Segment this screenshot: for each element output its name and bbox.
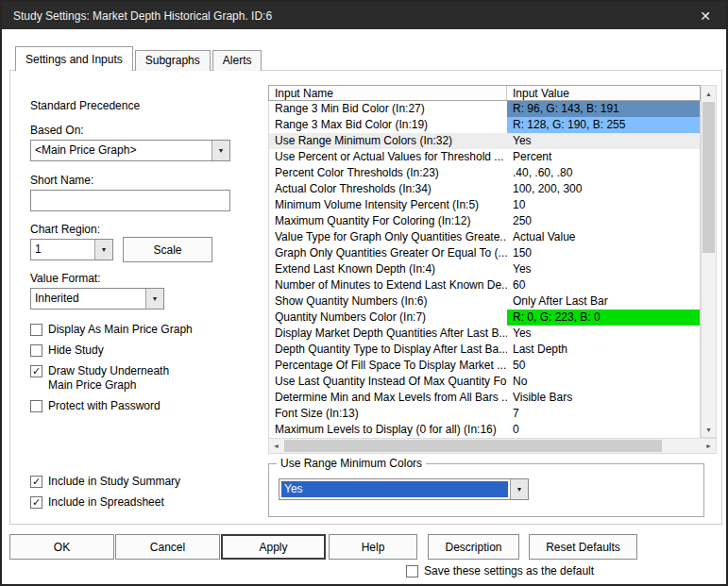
input-value-cell[interactable]: 150 <box>507 245 700 261</box>
scale-button[interactable]: Scale <box>123 237 212 262</box>
table-row[interactable]: Depth Quantity Type to Display After Las… <box>269 342 700 358</box>
chevron-down-icon[interactable]: ▼ <box>145 289 163 309</box>
value-format-select[interactable]: Inherited ▼ <box>30 288 164 310</box>
input-name-cell[interactable]: Use Percent or Actual Values for Thresho… <box>269 149 507 165</box>
table-row[interactable]: Show Quantity Numbers (In:6)Only After L… <box>269 293 700 310</box>
checkbox-draw-study-underneath-main-price-graph[interactable]: ✓Draw Study Underneath Main Price Graph <box>30 364 247 393</box>
apply-button[interactable]: Apply <box>221 534 326 560</box>
table-row[interactable]: Maximum Levels to Display (0 for all) (I… <box>269 422 700 438</box>
checkbox-display-as-main-price-graph[interactable]: Display As Main Price Graph <box>30 323 247 337</box>
reset-defaults-button[interactable]: Reset Defaults <box>529 534 637 560</box>
input-value-cell[interactable]: Yes <box>507 326 700 342</box>
tab-alerts[interactable]: Alerts <box>212 50 262 71</box>
checkbox-checked-icon[interactable]: ✓ <box>30 365 42 377</box>
table-row[interactable]: Percentage Of Fill Space To Display Mark… <box>269 358 700 374</box>
scroll-left-icon[interactable]: ◄ <box>269 439 283 454</box>
input-value-cell[interactable]: R: 0, G: 223, B: 0 <box>507 310 700 326</box>
scroll-right-icon[interactable]: ► <box>702 439 716 454</box>
ok-button[interactable]: OK <box>9 534 114 560</box>
scroll-up-icon[interactable]: ▲ <box>702 86 716 101</box>
input-value-cell[interactable]: 60 <box>507 277 700 293</box>
close-icon[interactable]: ✕ <box>696 8 715 24</box>
column-header-input-value[interactable]: Input Value <box>507 86 700 100</box>
chart-region-select[interactable]: 1 ▼ <box>30 239 113 260</box>
tab-subgraphs[interactable]: Subgraphs <box>135 50 211 71</box>
table-row[interactable]: Determine Min and Max Levels from All Ba… <box>269 390 700 406</box>
help-button[interactable]: Help <box>329 534 417 560</box>
checkbox-unchecked-icon[interactable] <box>30 344 42 357</box>
save-default-checkbox-row[interactable]: Save these settings as the default <box>406 564 594 578</box>
input-name-cell[interactable]: Maximum Levels to Display (0 for all) (I… <box>269 422 507 438</box>
checkbox-unchecked-icon[interactable] <box>406 565 418 578</box>
horizontal-scrollbar[interactable]: ◄ ► <box>268 438 717 454</box>
input-name-cell[interactable]: Display Market Depth Quantities After La… <box>269 326 507 342</box>
checkbox-checked-icon[interactable]: ✓ <box>30 476 42 488</box>
checkbox-include-in-spreadsheet[interactable]: ✓Include in Spreadsheet <box>30 495 247 510</box>
checkbox-checked-icon[interactable]: ✓ <box>30 496 42 509</box>
checkbox-unchecked-icon[interactable] <box>30 324 42 336</box>
input-name-cell[interactable]: Range 3 Min Bid Color (In:27) <box>269 101 507 117</box>
input-value-cell[interactable]: No <box>507 374 700 390</box>
input-name-cell[interactable]: Extend Last Known Depth (In:4) <box>269 261 507 277</box>
tab-settings-and-inputs[interactable]: Settings and Inputs <box>15 46 133 71</box>
table-row[interactable]: Display Market Depth Quantities After La… <box>269 326 700 342</box>
checkbox-include-in-study-summary[interactable]: ✓Include in Study Summary <box>30 475 247 489</box>
input-value-cell[interactable]: 50 <box>507 358 700 374</box>
table-row[interactable]: Quantity Numbers Color (In:7)R: 0, G: 22… <box>269 310 700 326</box>
input-name-cell[interactable]: Depth Quantity Type to Display After Las… <box>269 342 507 358</box>
input-name-cell[interactable]: Actual Color Thresholds (In:34) <box>269 181 507 197</box>
table-row[interactable]: Graph Only Quantities Greater Or Equal T… <box>269 245 700 261</box>
table-row[interactable]: Extend Last Known Depth (In:4)Yes <box>269 261 700 277</box>
column-header-input-name[interactable]: Input Name <box>269 86 507 100</box>
table-row[interactable]: Percent Color Thresholds (In:23).40, .60… <box>269 165 700 181</box>
input-value-cell[interactable]: Only After Last Bar <box>507 293 700 310</box>
input-value-cell[interactable]: 7 <box>507 406 700 422</box>
input-name-cell[interactable]: Show Quantity Numbers (In:6) <box>269 293 507 310</box>
table-row[interactable]: Actual Color Thresholds (In:34)100, 200,… <box>269 181 700 197</box>
input-name-cell[interactable]: Maximum Quantity For Coloring (In:12) <box>269 213 507 229</box>
input-name-cell[interactable]: Value Type for Graph Only Quantities Gre… <box>269 229 507 245</box>
table-row[interactable]: Number of Minutes to Extend Last Known D… <box>269 277 700 293</box>
input-name-cell[interactable]: Quantity Numbers Color (In:7) <box>269 310 507 326</box>
input-name-cell[interactable]: Graph Only Quantities Greater Or Equal T… <box>269 245 507 261</box>
input-name-cell[interactable]: Determine Min and Max Levels from All Ba… <box>269 390 507 406</box>
input-value-cell[interactable]: R: 128, G: 190, B: 255 <box>507 117 700 133</box>
checkbox-hide-study[interactable]: Hide Study <box>30 343 247 358</box>
input-value-cell[interactable]: Percent <box>507 149 700 165</box>
checkbox-unchecked-icon[interactable] <box>30 400 42 412</box>
table-row[interactable]: Range 3 Max Bid Color (In:19)R: 128, G: … <box>269 117 700 133</box>
checkbox-protect-with-password[interactable]: Protect with Password <box>30 399 247 413</box>
input-value-cell[interactable]: .40, .60, .80 <box>507 165 700 181</box>
input-name-cell[interactable]: Use Range Minimum Colors (In:32) <box>269 133 507 149</box>
input-name-cell[interactable]: Range 3 Max Bid Color (In:19) <box>269 117 507 133</box>
input-name-cell[interactable]: Font Size (In:13) <box>269 406 507 422</box>
input-value-cell[interactable]: 250 <box>507 213 700 229</box>
table-row[interactable]: Maximum Quantity For Coloring (In:12)250 <box>269 213 700 229</box>
vertical-scrollbar[interactable]: ▲ ▼ <box>701 85 717 438</box>
table-row[interactable]: Minimum Volume Intensity Percent (In:5)1… <box>269 197 700 213</box>
table-row[interactable]: Use Percent or Actual Values for Thresho… <box>269 149 700 165</box>
input-value-cell[interactable]: 10 <box>507 197 700 213</box>
based-on-select[interactable]: <Main Price Graph> ▼ <box>30 140 230 161</box>
input-name-cell[interactable]: Number of Minutes to Extend Last Known D… <box>269 277 507 293</box>
input-value-cell[interactable]: 0 <box>507 422 700 438</box>
table-row[interactable]: Use Last Quantity Instead Of Max Quantit… <box>269 374 700 390</box>
short-name-input[interactable] <box>30 190 230 211</box>
input-name-cell[interactable]: Percentage Of Fill Space To Display Mark… <box>269 358 507 374</box>
input-value-cell[interactable]: Actual Value <box>507 229 700 245</box>
table-row[interactable]: Font Size (In:13)7 <box>269 406 700 422</box>
input-name-cell[interactable]: Use Last Quantity Instead Of Max Quantit… <box>269 374 507 390</box>
input-value-cell[interactable]: R: 96, G: 143, B: 191 <box>507 101 700 117</box>
cancel-button[interactable]: Cancel <box>115 534 220 560</box>
scroll-down-icon[interactable]: ▼ <box>702 422 716 437</box>
chevron-down-icon[interactable]: ▼ <box>510 479 528 499</box>
chevron-down-icon[interactable]: ▼ <box>212 141 229 160</box>
description-button[interactable]: Description <box>428 534 519 560</box>
input-value-cell[interactable]: 100, 200, 300 <box>507 181 700 197</box>
input-value-cell[interactable]: Last Depth <box>507 342 700 358</box>
table-row[interactable]: Value Type for Graph Only Quantities Gre… <box>269 229 700 245</box>
value-editor-select[interactable]: Yes ▼ <box>279 478 529 500</box>
input-value-cell[interactable]: Visible Bars <box>507 390 700 406</box>
input-name-cell[interactable]: Minimum Volume Intensity Percent (In:5) <box>269 197 507 213</box>
table-row[interactable]: Range 3 Min Bid Color (In:27)R: 96, G: 1… <box>269 101 700 117</box>
